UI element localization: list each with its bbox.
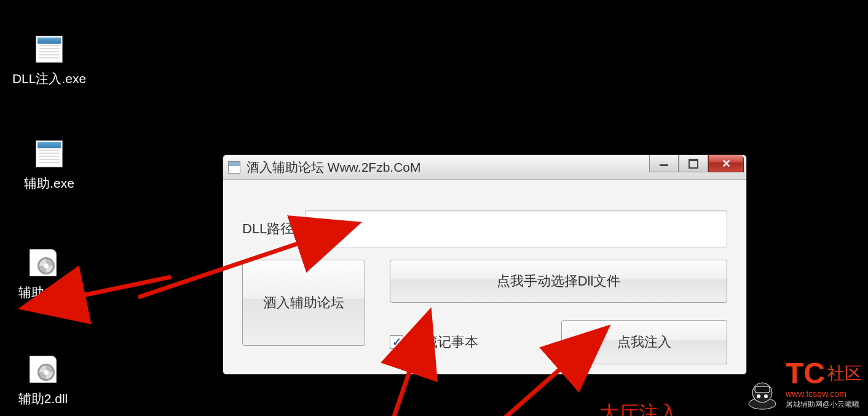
dll-icon [30,356,57,383]
desktop-icon-helper1-dll[interactable]: 辅助1.dll [0,249,86,301]
window-controls [649,155,746,175]
dll-path-input[interactable] [305,210,727,247]
forum-button[interactable]: 酒入辅助论坛 [242,260,365,346]
watermark: TC社区 www.tcsqw.com 屠城辅助网@小云曦曦 [744,359,862,410]
watermark-subtitle: 屠城辅助网@小云曦曦 [786,399,862,410]
svg-rect-7 [755,386,770,393]
desktop-icon-helper2-dll[interactable]: 辅助2.dll [0,356,86,407]
dll-icon [30,249,57,276]
select-dll-button[interactable]: 点我手动选择Dll文件 [390,260,727,303]
watermark-badge: 社区 [827,364,862,383]
desktop-icon-helper-exe[interactable]: 辅助.exe [6,140,92,192]
icon-label: 辅助2.dll [18,390,68,407]
checkbox-icon: ✓ [390,335,403,349]
maximize-button[interactable] [679,155,708,172]
window-body: DLL路径: 酒入辅助论坛 点我手动选择Dll文件 ✓ 隐藏记事本 点我注入 [223,180,746,374]
annotation-text: 大厅注入 [599,400,678,416]
dll-injector-window: 酒入辅助论坛 Www.2Fzb.CoM DLL路径: 酒入辅助论坛 点我手动选择… [223,154,747,375]
close-button[interactable] [708,155,744,172]
watermark-url: www.tcsqw.com [786,388,862,399]
titlebar[interactable]: 酒入辅助论坛 Www.2Fzb.CoM [223,155,746,180]
icon-label: 辅助1.dll [18,284,68,301]
dll-path-row: DLL路径: [242,210,727,247]
minimize-button[interactable] [649,155,679,172]
svg-point-9 [764,394,768,398]
desktop-icon-dll-injector[interactable]: DLL注入.exe [6,36,92,87]
svg-point-8 [757,394,760,398]
dll-path-label: DLL路径: [242,220,298,238]
svg-line-2 [77,277,171,297]
exe-icon [36,140,63,167]
icon-label: DLL注入.exe [12,70,86,87]
inject-button[interactable]: 点我注入 [561,320,727,364]
icon-label: 辅助.exe [24,175,74,192]
watermark-logo: TC [786,357,825,390]
hide-notepad-label: 隐藏记事本 [411,333,478,351]
app-icon [228,161,240,174]
exe-icon [36,36,63,63]
hide-notepad-checkbox[interactable]: ✓ 隐藏记事本 [390,333,478,351]
mascot-icon [744,379,781,410]
